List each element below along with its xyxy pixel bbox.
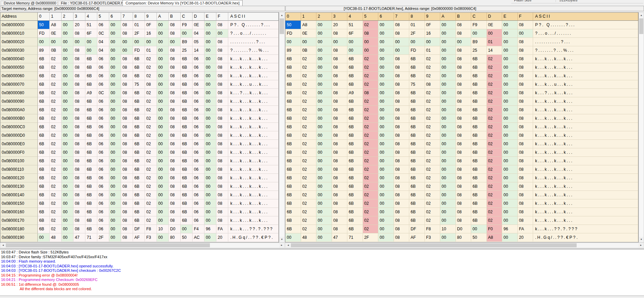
hex-byte[interactable]: 08 (216, 165, 228, 174)
hex-byte[interactable]: 00 (62, 182, 73, 191)
hex-byte[interactable]: 6B (471, 55, 487, 63)
hex-byte[interactable]: 02 (425, 208, 441, 216)
hex-byte[interactable]: 00 (109, 38, 121, 46)
hex-byte[interactable]: 00 (157, 46, 169, 55)
hex-byte[interactable]: 2F (409, 29, 425, 38)
hex-byte[interactable]: 00 (316, 80, 332, 89)
hex-byte[interactable]: 6B (347, 72, 363, 80)
hex-byte[interactable]: 6B (285, 199, 301, 208)
hex-byte[interactable]: 6B (347, 123, 363, 131)
hex-byte[interactable]: 00 (157, 216, 169, 225)
hex-byte[interactable]: 6B (409, 182, 425, 191)
hex-byte-diff[interactable]: 02 (363, 216, 379, 225)
hex-byte[interactable]: 0E (50, 29, 62, 38)
hex-byte-diff[interactable]: 02 (487, 72, 502, 80)
hex-byte[interactable]: 00 (440, 191, 456, 199)
hex-byte[interactable]: 08 (73, 216, 85, 225)
hex-byte-diff[interactable]: 00 (487, 29, 502, 38)
hex-byte[interactable]: 00 (204, 80, 216, 89)
hex-byte[interactable]: 08 (394, 72, 410, 80)
hex-byte[interactable]: FA (518, 225, 533, 233)
hex-byte[interactable]: DF (133, 225, 145, 233)
hex-byte[interactable]: 00 (62, 106, 73, 114)
hex-byte[interactable]: 00 (502, 80, 518, 89)
hex-byte[interactable]: 00 (316, 191, 332, 199)
hex-byte[interactable]: 08 (169, 46, 181, 55)
hex-byte[interactable]: 02 (50, 123, 62, 131)
hex-byte[interactable]: AF (409, 233, 425, 242)
ascii-cell[interactable]: k...k...k...k... (533, 182, 638, 191)
hex-byte[interactable]: 06 (97, 55, 109, 63)
hex-byte[interactable]: B9 (181, 38, 193, 46)
hex-byte[interactable]: 00 (204, 72, 216, 80)
hex-byte[interactable]: 02 (50, 208, 62, 216)
hex-byte[interactable]: 6B (133, 140, 145, 148)
hex-byte[interactable]: 08 (456, 80, 472, 89)
ascii-cell[interactable]: k...k...u...k... (533, 80, 638, 89)
hex-byte[interactable]: 01 (133, 21, 145, 29)
hex-byte[interactable]: 6B (133, 72, 145, 80)
hex-byte[interactable]: 08 (169, 63, 181, 72)
hex-byte[interactable]: 08 (332, 174, 348, 182)
hex-byte[interactable]: 04 (97, 46, 109, 55)
hex-byte-diff[interactable]: 01 (487, 38, 502, 46)
hex-byte[interactable]: 6B (38, 123, 50, 131)
hex-byte[interactable]: 02 (50, 191, 62, 199)
hex-byte[interactable]: 00 (316, 21, 332, 29)
hex-byte-diff[interactable]: 02 (363, 106, 379, 114)
hex-byte[interactable]: 08 (169, 174, 181, 182)
hex-byte[interactable]: 00 (109, 216, 121, 225)
ascii-cell[interactable]: k...k...k...k... (533, 114, 638, 123)
hex-byte[interactable]: 08 (121, 208, 133, 216)
hex-byte[interactable]: 08 (394, 191, 410, 199)
hex-byte[interactable]: 6B (181, 148, 193, 157)
hex-byte[interactable]: 02 (425, 216, 441, 225)
hex-byte[interactable]: 08 (518, 80, 533, 89)
hex-byte[interactable]: 08 (121, 182, 133, 191)
hex-byte-diff[interactable]: 02 (363, 131, 379, 140)
hex-byte-diff[interactable]: F0 (487, 225, 502, 233)
hex-byte[interactable]: 02 (145, 191, 157, 199)
hex-byte-diff[interactable]: 02 (487, 106, 502, 114)
hex-byte[interactable]: 00 (378, 89, 394, 97)
hex-byte[interactable]: 00 (62, 216, 73, 225)
hex-byte[interactable]: 08 (456, 72, 472, 80)
hex-byte[interactable]: 6B (133, 114, 145, 123)
hex-byte[interactable]: 02 (145, 89, 157, 97)
hex-byte[interactable]: 6B (38, 63, 50, 72)
hex-byte[interactable]: 08 (169, 55, 181, 63)
hex-byte[interactable]: 00 (109, 157, 121, 165)
hex-byte[interactable]: 6B (285, 191, 301, 199)
hex-byte[interactable]: 6B (471, 157, 487, 165)
hex-byte[interactable]: 6B (409, 97, 425, 106)
hex-byte[interactable]: 00 (316, 72, 332, 80)
hex-byte[interactable]: 06 (97, 157, 109, 165)
hex-byte[interactable]: 08 (394, 148, 410, 157)
hex-byte[interactable]: 00 (157, 148, 169, 157)
hex-byte[interactable]: 08 (73, 46, 85, 55)
hex-byte[interactable]: 02 (50, 182, 62, 191)
hex-byte[interactable]: 16 (425, 29, 441, 38)
ascii-cell[interactable]: k...k...k...k... (533, 131, 638, 140)
hex-byte-diff[interactable]: 02 (487, 114, 502, 123)
hex-byte[interactable]: 20 (216, 233, 228, 242)
hex-byte[interactable]: 00 (157, 140, 169, 148)
hex-byte[interactable]: 08 (73, 72, 85, 80)
hex-byte[interactable]: 6B (471, 97, 487, 106)
hex-byte[interactable]: 00 (440, 46, 456, 55)
hex-byte[interactable]: 00 (157, 80, 169, 89)
hex-byte[interactable]: 6B (133, 208, 145, 216)
hex-byte[interactable]: 02 (301, 165, 317, 174)
hex-byte[interactable]: F9 (471, 21, 487, 29)
hex-byte[interactable]: 06 (193, 165, 204, 174)
left-vscroll-thumb[interactable] (280, 18, 284, 34)
hex-byte[interactable]: 14 (193, 46, 204, 55)
hex-byte[interactable]: 00 (62, 72, 73, 80)
hex-byte[interactable]: 6B (38, 148, 50, 157)
hex-byte[interactable]: 48 (301, 233, 317, 242)
hex-byte[interactable]: 6B (409, 199, 425, 208)
hex-byte-diff[interactable]: 02 (487, 97, 502, 106)
hex-byte[interactable]: 00 (502, 21, 518, 29)
hex-byte[interactable]: 06 (193, 55, 204, 63)
hex-byte[interactable]: 00 (456, 38, 472, 46)
